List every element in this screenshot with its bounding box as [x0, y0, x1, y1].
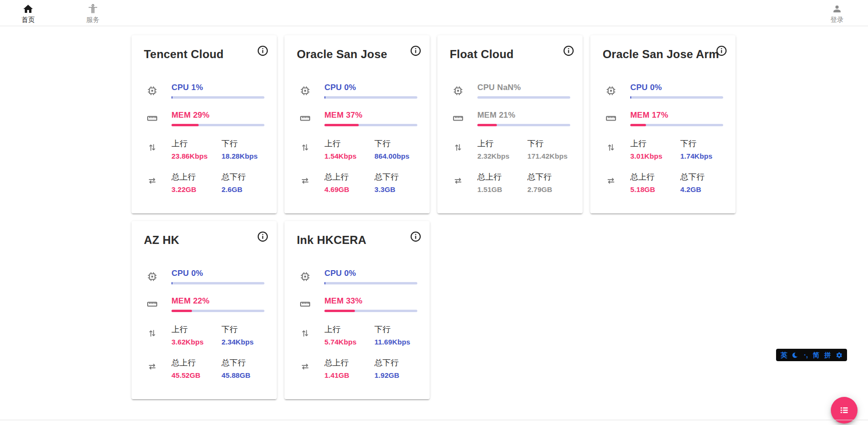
ime-punctuation-mode[interactable]: ·, — [804, 352, 808, 358]
server-name: Float Cloud — [437, 35, 583, 61]
download-label: 下行 — [374, 324, 417, 335]
swap-horizontal-icon — [299, 175, 311, 186]
total-upload-label: 总上行 — [172, 172, 222, 182]
download-value: 1.74Kbps — [680, 152, 723, 160]
info-button[interactable] — [256, 230, 269, 243]
cpu-row: CPU 0% — [146, 269, 264, 284]
footer-divider — [0, 420, 868, 420]
ime-settings[interactable] — [836, 352, 843, 359]
total-upload-label: 总上行 — [324, 172, 374, 182]
download-label: 下行 — [680, 138, 723, 149]
swap-vertical-icon — [146, 142, 158, 153]
upload-label: 上行 — [324, 324, 374, 335]
cpu-chip-icon — [146, 271, 158, 283]
mem-row: MEM 37% — [299, 111, 417, 126]
total-download-label: 总下行 — [680, 172, 723, 182]
cpu-bar-fill — [172, 96, 172, 99]
accessibility-icon — [87, 3, 99, 15]
mem-bar — [172, 124, 264, 126]
app-bar: 首页 服务 登录 — [0, 0, 868, 26]
mem-value: 17% — [652, 111, 668, 120]
ime-halfshape-mode[interactable] — [792, 352, 799, 359]
nav-left: 首页 服务 — [0, 3, 105, 23]
swap-vertical-icon — [452, 142, 464, 153]
total-download-label: 总下行 — [527, 172, 570, 182]
person-icon — [831, 3, 843, 15]
server-card: Oracle San Jose — [284, 35, 430, 213]
download-value: 864.00bps — [374, 152, 417, 160]
nav-right: 登录 — [825, 3, 868, 23]
speed-row: 上行 5.74Kbps 下行 11.69Kbps — [299, 324, 417, 346]
cpu-chip-icon — [452, 85, 464, 97]
cpu-row: CPU 0% — [605, 83, 723, 99]
total-row: 总上行 3.22GB 总下行 2.6GB — [146, 172, 264, 193]
upload-value: 5.74Kbps — [324, 338, 374, 346]
mem-bar — [172, 310, 264, 312]
total-upload-value: 4.69GB — [324, 185, 374, 193]
server-stats: CPU 0% MEM 37 — [299, 83, 417, 193]
server-stats: CPU 1% MEM 29 — [146, 83, 264, 193]
upload-label: 上行 — [172, 324, 222, 335]
info-button[interactable] — [715, 44, 728, 57]
total-upload-value: 5.18GB — [630, 185, 680, 193]
cpu-row: CPU 1% — [146, 83, 264, 99]
cpu-chip-icon — [299, 85, 311, 97]
total-upload-label: 总上行 — [630, 172, 680, 182]
info-button[interactable] — [562, 44, 575, 57]
info-icon — [716, 45, 727, 57]
ime-pinyin-scheme[interactable]: 拼 — [824, 352, 831, 358]
server-name: Tencent Cloud — [131, 35, 277, 61]
mem-bar-fill — [324, 310, 355, 312]
info-button[interactable] — [409, 44, 422, 57]
memory-ruler-icon — [146, 298, 158, 310]
upload-label: 上行 — [630, 138, 680, 149]
mem-row: MEM 33% — [299, 296, 417, 312]
swap-horizontal-icon — [146, 361, 158, 372]
speed-row: 上行 3.01Kbps 下行 1.74Kbps — [605, 138, 723, 160]
cpu-bar-fill — [172, 282, 172, 284]
total-upload-value: 45.52GB — [172, 371, 222, 379]
mem-row: MEM 29% — [146, 111, 264, 126]
total-download-label: 总下行 — [374, 172, 417, 182]
swap-horizontal-icon — [299, 361, 311, 372]
mem-label: MEM 37% — [324, 111, 417, 120]
cpu-bar — [172, 96, 264, 99]
swap-vertical-icon — [299, 328, 311, 339]
cpu-bar-fill — [630, 96, 631, 99]
total-upload-label: 总上行 — [477, 172, 527, 182]
mem-label: MEM 17% — [630, 111, 723, 120]
mem-value: 29% — [193, 111, 210, 120]
mem-label: MEM 21% — [477, 111, 570, 120]
login-button[interactable]: 登录 — [825, 3, 849, 23]
nav-item-services[interactable]: 服务 — [81, 3, 105, 23]
nav-item-home[interactable]: 首页 — [16, 3, 40, 23]
server-card: AZ HK — [131, 221, 277, 399]
info-icon — [410, 45, 422, 57]
info-icon — [257, 45, 269, 57]
download-value: 171.42Kbps — [527, 152, 570, 160]
server-card: Ink HKCERA — [284, 221, 430, 399]
info-icon — [410, 231, 422, 243]
cpu-chip-icon — [146, 85, 158, 97]
memory-ruler-icon — [452, 112, 464, 124]
swap-vertical-icon — [605, 142, 617, 153]
info-button[interactable] — [409, 230, 422, 243]
cpu-bar — [630, 96, 723, 99]
cpu-value: 0% — [650, 83, 662, 92]
total-download-value: 4.2GB — [680, 185, 723, 193]
memory-ruler-icon — [299, 112, 311, 124]
ime-simplified-mode[interactable]: 简 — [813, 352, 819, 358]
total-row: 总上行 45.52GB 总下行 45.88GB — [146, 357, 264, 379]
upload-label: 上行 — [324, 138, 374, 149]
cpu-bar — [172, 282, 264, 284]
total-download-value: 2.79GB — [527, 185, 570, 193]
mem-label: MEM 33% — [324, 296, 417, 306]
upload-value: 3.62Kbps — [172, 338, 222, 346]
info-button[interactable] — [256, 44, 269, 57]
mem-bar-fill — [324, 124, 359, 126]
cpu-bar — [477, 96, 570, 99]
nav-item-label: 登录 — [830, 16, 844, 23]
swap-horizontal-icon — [146, 175, 158, 186]
ime-english-mode[interactable]: 英 — [780, 352, 787, 358]
upload-label: 上行 — [172, 138, 222, 149]
